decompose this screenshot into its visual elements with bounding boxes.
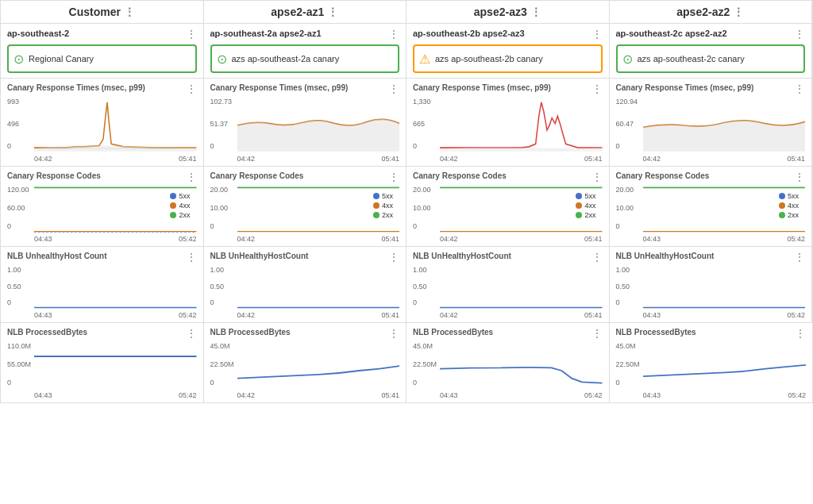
rt-chart-0: 993 496 0 04:42 05:41 — [7, 98, 197, 163]
response-times-cell-1: Canary Response Times (msec, p99) ⋮ 102.… — [204, 79, 407, 167]
nlb-uh-chart-svg-2 — [440, 266, 603, 310]
az3-dots[interactable]: ⋮ — [530, 6, 541, 17]
rc-0-xlabels: 04:43 05:42 — [34, 235, 197, 243]
nlb-pb-1-dots[interactable]: ⋮ — [388, 328, 399, 339]
nlb-uh-0-dots[interactable]: ⋮ — [186, 252, 197, 263]
rt-1-ylabels: 102.73 51.37 0 — [210, 98, 236, 150]
rt-3-xlabels: 04:42 05:41 — [643, 155, 806, 163]
status-badge-3[interactable]: ⊙ azs ap-southeast-2c canary — [616, 44, 806, 73]
customer-label: Customer — [69, 6, 121, 18]
nlb-pb-3-xlabels: 04:43 05:42 — [643, 391, 807, 399]
col-header-az3: apse2-az3 ⋮ — [406, 1, 610, 24]
nlb-pb-title-0: NLB ProcessedBytes — [7, 328, 87, 337]
rc-title-3: Canary Response Codes — [616, 171, 710, 180]
nlb-pb-2-dots[interactable]: ⋮ — [591, 328, 603, 339]
status-2-dots[interactable]: ⋮ — [591, 29, 603, 40]
status-label-1: azs ap-southeast-2a canary — [232, 54, 340, 63]
nlb-uh-2-dots[interactable]: ⋮ — [591, 252, 603, 263]
rc-2-dots[interactable]: ⋮ — [591, 171, 603, 183]
rc-3-dots[interactable]: ⋮ — [794, 171, 805, 183]
nlb-bytes-cell-0: NLB ProcessedBytes ⋮ 110.0M 55.00M 0 04:… — [1, 323, 204, 402]
nlb-uh-2-ylabels: 1.00 0.50 0 — [413, 266, 438, 306]
col-header-az1: apse2-az1 ⋮ — [204, 1, 407, 24]
nlb-bytes-cell-1: NLB ProcessedBytes ⋮ 45.0M 22.50M 0 04:4… — [204, 323, 407, 402]
region-2: ap-southeast-2b apse2-az3 — [413, 29, 525, 38]
rc-0-dots[interactable]: ⋮ — [186, 171, 197, 183]
region-1: ap-southeast-2a apse2-az1 — [210, 29, 322, 38]
rc-3-legend: 5xx 4xx 2xx — [779, 192, 799, 219]
col-header-customer: Customer ⋮ — [1, 1, 204, 24]
nlb-unhealthy-cell-1: NLB UnHealthyHostCount ⋮ 1.00 0.50 0 04:… — [204, 247, 407, 323]
nlb-pb-3-dots[interactable]: ⋮ — [795, 328, 806, 339]
rt-chart-3: 120.94 60.47 0 04:42 05:41 — [616, 98, 806, 163]
nlb-uh-3-ylabels: 1.00 0.50 0 — [616, 266, 642, 306]
status-label-0: Regional Canary — [29, 54, 94, 63]
nlb-bytes-cell-3: NLB ProcessedBytes ⋮ 45.0M 22.50M 0 04:4… — [610, 323, 813, 402]
rt-0-dots[interactable]: ⋮ — [186, 83, 197, 94]
rc-1-dots[interactable]: ⋮ — [388, 171, 399, 183]
nlb-uh-0-ylabels: 1.00 0.50 0 — [7, 266, 33, 306]
rt-title-3: Canary Response Times (msec, p99) — [616, 83, 754, 92]
rc-title-0: Canary Response Codes — [7, 171, 101, 180]
rc-chart-svg-0: 5xx 4xx 2xx — [34, 186, 197, 233]
nlb-pb-chart-3: 45.0M 22.50M 0 04:43 05:42 — [616, 342, 807, 399]
status-1-dots[interactable]: ⋮ — [388, 29, 399, 40]
resp-codes-cell-1: Canary Response Codes ⋮ 20.00 10.00 0 5x… — [204, 167, 407, 247]
nlb-pb-chart-svg-3 — [643, 342, 807, 390]
nlb-uh-0-xlabels: 04:43 05:42 — [34, 311, 197, 319]
nlb-pb-title-1: NLB ProcessedBytes — [210, 328, 291, 337]
rc-chart-0: 120.00 60.00 0 5xx 4xx 2xx 04:43 05:42 — [7, 186, 197, 243]
rt-1-xlabels: 04:42 05:41 — [237, 155, 400, 163]
rt-0-ylabels: 993 496 0 — [7, 98, 33, 150]
region-0: ap-southeast-2 — [7, 29, 69, 38]
rt-3-ylabels: 120.94 60.47 0 — [616, 98, 642, 150]
nlb-uh-chart-2: 1.00 0.50 0 04:42 05:41 — [413, 266, 603, 319]
nlb-uh-3-dots[interactable]: ⋮ — [794, 252, 805, 263]
nlb-pb-chart-svg-0 — [34, 342, 197, 390]
az2-label: apse2-az2 — [676, 6, 730, 18]
nlb-bytes-cell-2: NLB ProcessedBytes ⋮ 45.0M 22.50M 0 04:4… — [406, 323, 610, 402]
nlb-pb-0-dots[interactable]: ⋮ — [186, 328, 197, 339]
nlb-pb-chart-2: 45.0M 22.50M 0 04:43 05:42 — [413, 342, 603, 399]
response-times-cell-2: Canary Response Times (msec, p99) ⋮ 1,33… — [406, 79, 610, 167]
customer-dots[interactable]: ⋮ — [124, 6, 135, 17]
status-badge-1[interactable]: ⊙ azs ap-southeast-2a canary — [210, 44, 400, 73]
status-badge-0[interactable]: ⊙ Regional Canary — [7, 44, 197, 73]
rt-chart-1: 102.73 51.37 0 04:42 05:41 — [210, 98, 400, 163]
status-cell-3: ap-southeast-2c apse2-az2 ⋮ ⊙ azs ap-sou… — [610, 24, 813, 79]
rt-2-xlabels: 04:42 05:41 — [440, 155, 603, 163]
rc-2-ylabels: 20.00 10.00 0 — [413, 186, 438, 230]
nlb-uh-title-0: NLB UnhealthyHost Count — [7, 252, 107, 260]
az2-dots[interactable]: ⋮ — [733, 6, 744, 17]
status-ok-icon-1: ⊙ — [217, 52, 227, 67]
rc-title-2: Canary Response Codes — [413, 171, 507, 180]
nlb-pb-3-ylabels: 45.0M 22.50M 0 — [616, 342, 642, 387]
rc-chart-svg-1: 5xx 4xx 2xx — [237, 186, 400, 233]
nlb-pb-chart-svg-1 — [237, 342, 400, 390]
region-3: ap-southeast-2c apse2-az2 — [616, 29, 727, 38]
status-cell-2: ap-southeast-2b apse2-az3 ⋮ ⚠ azs ap-sou… — [406, 24, 610, 79]
status-badge-2[interactable]: ⚠ azs ap-southeast-2b canary — [413, 44, 603, 73]
az1-dots[interactable]: ⋮ — [327, 6, 338, 17]
nlb-uh-3-xlabels: 04:43 05:42 — [643, 311, 806, 319]
rt-3-dots[interactable]: ⋮ — [794, 83, 805, 94]
nlb-unhealthy-cell-0: NLB UnhealthyHost Count ⋮ 1.00 0.50 0 04… — [1, 247, 204, 323]
status-3-dots[interactable]: ⋮ — [794, 29, 805, 40]
rt-title-0: Canary Response Times (msec, p99) — [7, 83, 145, 92]
nlb-pb-title-2: NLB ProcessedBytes — [413, 328, 493, 337]
nlb-uh-chart-svg-0 — [34, 266, 197, 310]
status-label-2: azs ap-southeast-2b canary — [435, 54, 543, 63]
response-times-cell-0: Canary Response Times (msec, p99) ⋮ 993 … — [1, 79, 204, 167]
rt-chart-svg-2 — [440, 98, 603, 153]
nlb-uh-1-dots[interactable]: ⋮ — [388, 252, 399, 263]
rc-0-legend: 5xx 4xx 2xx — [170, 192, 190, 219]
rt-2-dots[interactable]: ⋮ — [591, 83, 603, 94]
nlb-uh-chart-svg-3 — [643, 266, 806, 310]
rt-chart-svg-3 — [643, 98, 806, 153]
rc-3-ylabels: 20.00 10.00 0 — [616, 186, 642, 230]
resp-codes-cell-2: Canary Response Codes ⋮ 20.00 10.00 0 5x… — [406, 167, 610, 247]
rt-1-dots[interactable]: ⋮ — [388, 83, 399, 94]
status-0-dots[interactable]: ⋮ — [186, 29, 197, 40]
rt-chart-svg-0 — [34, 98, 197, 153]
nlb-pb-title-3: NLB ProcessedBytes — [616, 328, 696, 337]
